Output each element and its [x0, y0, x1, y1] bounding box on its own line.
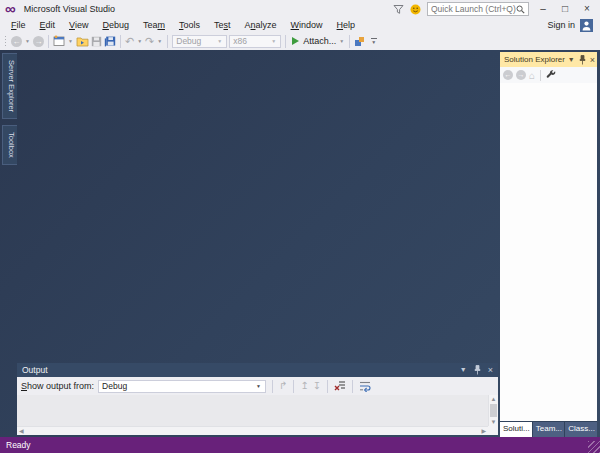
close-icon[interactable]: ×: [488, 365, 493, 375]
home-icon[interactable]: ⌂: [529, 70, 535, 81]
solution-explorer-window-controls: ▼ ×: [568, 55, 595, 65]
close-icon[interactable]: ×: [590, 55, 595, 65]
window-position-icon[interactable]: ▼: [460, 365, 467, 375]
toolbar-grip[interactable]: [4, 35, 7, 47]
output-titlebar[interactable]: Output ▼ ×: [17, 363, 498, 377]
forward-icon[interactable]: →: [516, 70, 526, 80]
chevron-down-icon[interactable]: ▼: [25, 38, 30, 44]
menubar: File Edit View Debug Team Tools Test Ana…: [0, 18, 600, 32]
notifications-funnel-icon[interactable]: [393, 4, 404, 15]
tab-team-explorer[interactable]: Team...: [533, 422, 564, 437]
solution-explorer-tree[interactable]: [500, 83, 597, 421]
attach-button[interactable]: Attach...: [303, 36, 336, 46]
sign-in-link[interactable]: Sign in: [547, 20, 575, 30]
chevron-down-icon[interactable]: ▼: [339, 38, 344, 44]
toolbar-separator: [167, 35, 168, 48]
menu-debug[interactable]: Debug: [95, 20, 136, 30]
toolbar-separator: [540, 70, 541, 81]
vertical-scrollbar[interactable]: ▲ ▼: [488, 395, 498, 426]
chevron-down-icon[interactable]: ▼: [137, 38, 142, 44]
resize-grip[interactable]: [588, 441, 600, 453]
scroll-down-icon[interactable]: ▼: [491, 418, 497, 426]
statusbar: Ready: [0, 437, 600, 453]
maximize-button[interactable]: □: [557, 2, 573, 16]
save-all-icon[interactable]: [104, 36, 116, 47]
menu-team[interactable]: Team: [136, 20, 172, 30]
toolbar-separator: [272, 380, 273, 393]
document-well-empty: [17, 50, 498, 363]
output-content[interactable]: ▲ ▼ ◀ ▶: [17, 395, 498, 435]
solution-explorer-titlebar[interactable]: Solution Explorer ▼ ×: [500, 52, 597, 67]
show-output-from-label: Show output from:: [21, 381, 94, 391]
new-project-icon[interactable]: [53, 35, 65, 47]
chevron-down-icon: ▼: [217, 38, 222, 44]
quick-launch-box: [427, 2, 529, 16]
open-file-icon[interactable]: [76, 36, 89, 47]
properties-wrench-icon[interactable]: [546, 70, 556, 80]
toolbar-separator: [349, 35, 350, 48]
menu-tools[interactable]: Tools: [172, 20, 207, 30]
pin-icon[interactable]: [579, 55, 586, 65]
show-output-from-select[interactable]: Debug ▼: [98, 380, 266, 393]
sidebar-tab-server-explorer[interactable]: Server Explorer: [2, 53, 17, 119]
minimize-button[interactable]: –: [535, 2, 551, 16]
chevron-down-icon: ▼: [256, 383, 261, 389]
sidebar-tab-toolbox[interactable]: Toolbox: [2, 125, 17, 165]
scroll-left-icon[interactable]: ◀: [19, 427, 24, 435]
solution-platform-select[interactable]: x86 ▼: [229, 35, 281, 48]
left-tab-strip: Server Explorer Toolbox: [0, 50, 17, 437]
toolbar-separator: [120, 35, 121, 48]
user-avatar-icon[interactable]: [580, 19, 593, 32]
navigate-forward-icon[interactable]: →: [33, 36, 44, 47]
undo-icon[interactable]: ↶: [125, 35, 134, 47]
output-window: Output ▼ × Show output from: Debug ▼: [17, 363, 498, 435]
chevron-down-icon: ▼: [271, 38, 276, 44]
tab-solution-explorer[interactable]: Soluti...: [500, 422, 532, 437]
menu-analyze[interactable]: Analyze: [238, 20, 284, 30]
menu-help[interactable]: Help: [330, 20, 363, 30]
feedback-smiley-icon[interactable]: [410, 4, 421, 15]
scroll-right-icon[interactable]: ▶: [481, 427, 486, 435]
navigate-backward-icon[interactable]: ←: [11, 36, 22, 47]
toolbar-options-icon[interactable]: ▼: [369, 38, 378, 44]
start-debug-play-icon[interactable]: [292, 37, 299, 45]
toolbar-separator: [327, 380, 328, 393]
window-position-icon[interactable]: ▼: [568, 55, 575, 65]
back-icon[interactable]: ←: [503, 70, 513, 80]
menu-window[interactable]: Window: [284, 20, 330, 30]
solution-explorer-panel: Solution Explorer ▼ × ← → ⌂: [500, 52, 597, 437]
output-toolbar: Show output from: Debug ▼ ↱ ↥ ↧: [17, 377, 498, 395]
toolbar-separator: [293, 380, 294, 393]
standard-toolbar: ← ▼ → ▼ ↶ ▼ ↷ ▼ Debug ▼ x86 ▼ A: [0, 32, 600, 50]
chevron-down-icon[interactable]: ▼: [68, 38, 73, 44]
save-icon[interactable]: [91, 36, 102, 47]
solution-configuration-select[interactable]: Debug ▼: [172, 35, 227, 48]
menu-edit[interactable]: Edit: [33, 20, 63, 30]
redo-icon[interactable]: ↷: [145, 35, 154, 47]
search-icon: [516, 5, 525, 14]
toolbar-separator: [285, 35, 286, 48]
next-message-icon[interactable]: ↧: [313, 380, 321, 392]
previous-message-icon[interactable]: ↥: [300, 380, 308, 392]
tab-class-view[interactable]: Class...: [565, 422, 597, 437]
clear-all-icon[interactable]: [334, 380, 346, 392]
pin-icon[interactable]: [474, 365, 481, 375]
find-message-in-code-icon[interactable]: ↱: [279, 380, 287, 392]
titlebar: ∞ Microsoft Visual Studio – □ ×: [0, 0, 600, 18]
menu-test[interactable]: Test: [207, 20, 238, 30]
scrollbar-thumb[interactable]: [490, 404, 497, 417]
main-region: Server Explorer Toolbox Output ▼ ×: [0, 50, 600, 437]
chevron-down-icon[interactable]: ▼: [157, 38, 162, 44]
center-column: Output ▼ × Show output from: Debug ▼: [17, 50, 498, 437]
toolbar-misc-icon[interactable]: [354, 36, 365, 47]
status-text: Ready: [6, 440, 31, 450]
output-source-value: Debug: [102, 381, 127, 391]
menu-view[interactable]: View: [62, 20, 95, 30]
toolbar-separator: [48, 35, 49, 48]
scroll-up-icon[interactable]: ▲: [491, 395, 497, 403]
word-wrap-icon[interactable]: [359, 380, 371, 392]
quick-launch-input[interactable]: [431, 4, 516, 14]
horizontal-scrollbar[interactable]: ◀ ▶: [17, 426, 488, 435]
close-button[interactable]: ×: [579, 2, 595, 16]
menu-file[interactable]: File: [4, 20, 33, 30]
